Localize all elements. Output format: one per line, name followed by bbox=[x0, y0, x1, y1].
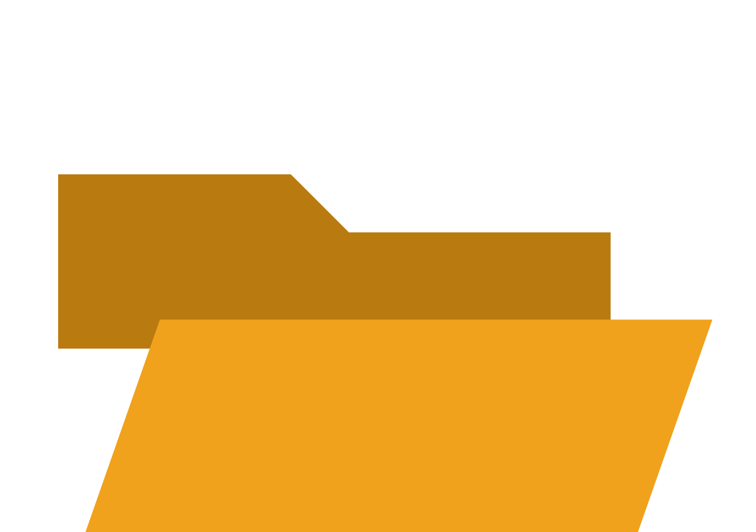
main-toolbar bbox=[0, 0, 756, 532]
desktop: Control Panel ✖ Network Style Select MCD… bbox=[0, 0, 756, 532]
